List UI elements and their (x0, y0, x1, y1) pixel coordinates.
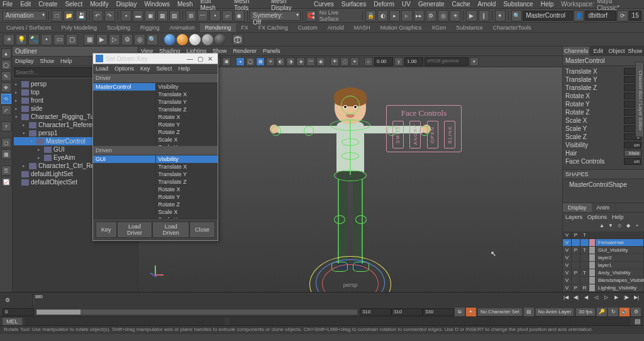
undo-icon[interactable]: ↶ (92, 10, 103, 21)
menu-help[interactable]: Help (541, 1, 554, 8)
channel-translate-z[interactable]: Translate Z0 (564, 84, 643, 92)
menu-create[interactable]: Create (38, 1, 57, 8)
layer-femalehair[interactable]: VFemaleHair (563, 239, 644, 247)
menu-edit[interactable]: Edit (20, 1, 31, 8)
shelf-tab-charactertools[interactable]: CharacterTools (488, 23, 536, 32)
layer-menu-layers[interactable]: Layers (565, 214, 582, 220)
shelf-tab-sculpting[interactable]: Sculpting (102, 23, 135, 32)
rotate-tool-icon[interactable]: ⟲ (1, 94, 11, 104)
xgen-icon[interactable]: ✦ (495, 10, 506, 21)
scale-tool-icon[interactable]: ⤢ (1, 105, 11, 115)
prev-key-icon[interactable]: ◀| (572, 293, 580, 302)
vp-ao-icon[interactable]: ◑ (286, 57, 295, 66)
sdk-attr-scalex[interactable]: Scale X (156, 208, 218, 216)
redo-icon[interactable]: ↷ (104, 10, 115, 21)
sel-obj-icon[interactable]: ▦ (157, 10, 168, 21)
display-tab-display[interactable]: Display (563, 203, 592, 212)
shader-grey[interactable] (202, 34, 213, 45)
channel-tab-channels[interactable]: Channels (563, 47, 589, 55)
shelf-spot-icon[interactable]: 🔦 (28, 34, 40, 45)
shader-orange[interactable] (177, 34, 188, 45)
menu-display[interactable]: Display (116, 1, 137, 8)
sdk-menu-help[interactable]: Help (179, 65, 191, 72)
menu-surfaces[interactable]: Surfaces (341, 1, 366, 8)
channel-tab-object[interactable]: Object (608, 47, 626, 55)
vp-shadow-icon[interactable]: ◐ (276, 57, 285, 66)
snap-curve-icon[interactable]: 〰 (197, 10, 208, 21)
menu-mesh-display[interactable]: Mesh Display (271, 0, 306, 11)
current-frame-input[interactable]: 310 (391, 308, 423, 316)
layer-blendshapesvisibility[interactable]: VBlendshapes_Visibility (563, 277, 644, 284)
shelf-editor-icon[interactable]: ▦ (84, 34, 95, 45)
vp-shade-icon[interactable]: ● (236, 57, 245, 66)
channel-rotate-x[interactable]: Rotate X0 (564, 92, 643, 100)
shelf-tab-curvessurfaces[interactable]: Curves / Surfaces (1, 23, 57, 32)
next-key-icon[interactable]: |▶ (622, 293, 631, 302)
sdk-attr-visibility[interactable]: Visibility (156, 83, 218, 91)
sdk-attr-visibility[interactable]: Visibility (156, 155, 218, 163)
playblast-icon[interactable]: ▶ (466, 10, 477, 21)
layer-move-up-icon[interactable]: ▲ (598, 223, 606, 230)
shelf-tab-mash[interactable]: MASH (349, 23, 375, 32)
sdk-attr-rotatey[interactable]: Rotate Y (156, 193, 218, 201)
live-surface-icon[interactable]: 🧲 (306, 10, 316, 21)
menu-windows[interactable]: Windows (144, 1, 170, 8)
channel-scale-z[interactable]: Scale Z1 (564, 133, 643, 141)
close-icon[interactable]: ✕ (205, 55, 215, 62)
vp-gamma-input[interactable]: 1.00 (404, 57, 423, 66)
ipr-icon[interactable]: ▹ (401, 10, 412, 21)
shader-blue[interactable] (164, 34, 175, 45)
layer-add-sel-icon[interactable]: + (633, 223, 641, 230)
sdk-attr-translatex[interactable]: Translate X (156, 91, 218, 98)
layer-layer1[interactable]: Vlayer1 (563, 262, 644, 269)
sel-face-icon[interactable]: ▣ (145, 10, 155, 21)
four-view-icon[interactable]: ▦ (1, 149, 11, 159)
move-tool-icon[interactable]: ✥ (1, 82, 11, 92)
sdk-attr-rotatez[interactable]: Rotate Z (156, 128, 218, 136)
menu-curves[interactable]: Curves (314, 1, 334, 8)
snap-live-icon[interactable]: ◉ (234, 10, 245, 21)
channel-visibility[interactable]: Visibilityon (564, 141, 643, 149)
open-scene-icon[interactable]: 📁 (64, 10, 74, 21)
sel-vertex-icon[interactable]: ▪ (121, 10, 131, 21)
vp-exposure-input[interactable]: 0.00 (374, 57, 393, 66)
play-fwd-icon[interactable]: ▷ (602, 293, 611, 302)
vp-menu-panels[interactable]: Panels (263, 48, 280, 54)
vp-isolate-icon[interactable]: 👁 (330, 57, 339, 66)
shader-white[interactable] (189, 34, 201, 45)
shelf-tab-fx[interactable]: FX (236, 23, 253, 32)
snap-grid-icon[interactable]: ⊞ (186, 10, 196, 21)
spin-input[interactable]: 15 (629, 11, 642, 21)
account-icon[interactable]: 👤 (574, 10, 584, 21)
layer-lightingvisibility[interactable]: VPRLighting_Visibility (563, 284, 644, 292)
symmetry-dropdown[interactable]: Symmetry: Off (250, 11, 301, 21)
face-slider-open[interactable]: OPEN (427, 121, 438, 148)
vp-menu-renderer[interactable]: Renderer (233, 48, 257, 54)
layer-new-icon[interactable]: ◆ (625, 223, 632, 230)
sdk-item-mastercontrol[interactable]: MasterControl (93, 83, 155, 91)
channel-hair[interactable]: HairMale (564, 149, 643, 157)
vp-xray-icon[interactable]: ◌ (340, 57, 349, 66)
fps-dropdown[interactable]: 30 fps (576, 308, 595, 316)
shelf-render-icon[interactable]: ▶ (96, 34, 108, 45)
sdk-attr-translatey[interactable]: Translate Y (156, 170, 218, 178)
vp-dof-icon[interactable]: ◉ (316, 57, 325, 66)
lasso-tool-icon[interactable]: ◯ (1, 60, 11, 70)
range-bookmark-icon[interactable]: ⧉ (455, 308, 465, 316)
shelf-ipr-icon[interactable]: ▷ (109, 34, 120, 45)
sdk-attr-rotatex[interactable]: Rotate X (156, 113, 218, 121)
shelf-tab-xgen[interactable]: XGen (426, 23, 451, 32)
face-controls-panel[interactable]: Face Controls SMILEANGRYOPENBLINK (386, 105, 462, 152)
autokey-icon[interactable]: 🔑 (597, 308, 607, 316)
sdk-btn-close[interactable]: Close (189, 221, 215, 238)
shelf-sun-icon[interactable]: ☀ (3, 34, 14, 45)
sel-by-name-icon[interactable]: 🔍 (511, 10, 522, 21)
shader-dark[interactable] (214, 34, 226, 45)
play-back-icon[interactable]: ◁ (592, 293, 601, 302)
single-view-icon[interactable]: ▢ (1, 138, 11, 148)
channel-scale-y[interactable]: Scale Y1 (564, 125, 643, 133)
layer-menu-help[interactable]: Help (612, 214, 624, 220)
sdk-menu-options[interactable]: Options (114, 65, 134, 72)
animlayer-icon[interactable]: ▤ (524, 308, 534, 316)
channel-translate-y[interactable]: Translate Y0 (564, 75, 643, 84)
